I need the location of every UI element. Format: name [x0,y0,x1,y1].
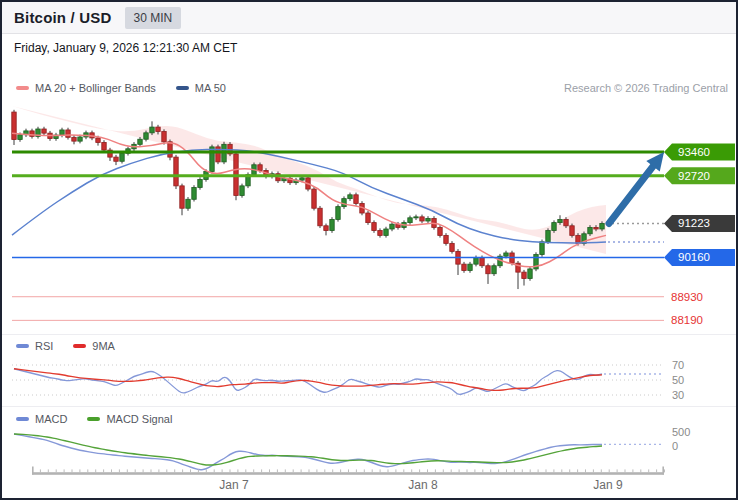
main-chart-legend: MA 20 + Bollinger Bands MA 50 [16,82,240,94]
macd-legend: MACD MACD Signal [16,413,186,425]
macd-signal-swatch [87,417,100,421]
svg-text:Jan 7: Jan 7 [219,478,249,492]
svg-text:500: 500 [672,426,690,438]
legend-label: RSI [35,340,53,352]
datetime-text: Friday, January 9, 2026 12:21:30 AM CET [14,41,237,55]
svg-text:Jan 9: Jan 9 [593,478,623,492]
macd-swatch [16,417,29,421]
legend-item-9ma: 9MA [73,340,115,352]
datetime-bar: Friday, January 9, 2026 12:21:30 AM CET [2,34,736,61]
svg-text:88190: 88190 [671,314,703,326]
legend-label: MA 50 [195,82,226,94]
legend-label: MA 20 + Bollinger Bands [35,82,156,94]
svg-text:93460: 93460 [678,146,710,158]
page-title: Bitcoin / USD [14,9,112,26]
legend-item-rsi: RSI [16,340,53,352]
ma50-swatch [176,86,189,90]
svg-text:88930: 88930 [671,291,703,303]
bollinger-swatch [16,86,29,90]
svg-text:0: 0 [672,440,678,452]
svg-text:30: 30 [672,389,684,401]
legend-label: MACD Signal [106,413,172,425]
svg-text:90160: 90160 [678,251,710,263]
legend-item-macd: MACD [16,413,67,425]
svg-text:50: 50 [672,374,684,386]
timeframe-badge: 30 MIN [125,7,182,29]
header-bar: Bitcoin / USD 30 MIN [2,2,736,34]
price-chart-canvas[interactable]: 9346092720912239016088930881907050305000… [2,61,736,498]
svg-text:Jan 8: Jan 8 [408,478,438,492]
svg-text:92720: 92720 [678,170,710,182]
legend-label: 9MA [92,340,115,352]
attribution-text: Research © 2026 Trading Central [564,82,728,94]
legend-item-bollinger: MA 20 + Bollinger Bands [16,82,156,94]
rsi-legend: RSI 9MA [16,340,129,352]
svg-text:70: 70 [672,359,684,371]
legend-item-ma50: MA 50 [176,82,226,94]
svg-text:91223: 91223 [678,217,710,229]
rsi-9ma-swatch [73,344,86,348]
rsi-swatch [16,344,29,348]
chart-area: MA 20 + Bollinger Bands MA 50 Research ©… [2,61,736,498]
legend-label: MACD [35,413,67,425]
chart-widget-frame: Bitcoin / USD 30 MIN Friday, January 9, … [0,0,738,500]
legend-item-macd-signal: MACD Signal [87,413,172,425]
